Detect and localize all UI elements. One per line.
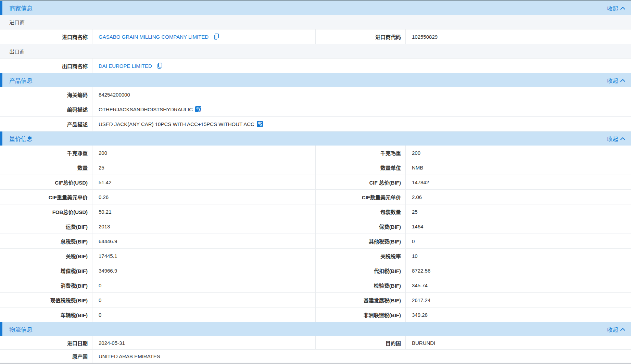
price-row-right-label: 代扣税(BIF) <box>316 263 406 278</box>
table-row: FOB总价(USD)50.21包装数量25 <box>0 204 631 219</box>
price-row-left-label: 运费(BIF) <box>0 219 92 234</box>
subheader-importer-label: 进口商 <box>9 18 25 26</box>
price-row-left-label: 增值税(BIF) <box>0 263 92 278</box>
price-row-right-value: 147842 <box>406 175 631 189</box>
section-title-logistics: 物流信息 <box>9 325 33 334</box>
price-row-right-value: 10 <box>406 249 631 263</box>
price-row-left-label: FOB总价(USD) <box>0 204 92 219</box>
section-header-logistics: 物流信息 收起 <box>0 322 631 336</box>
price-row-right-value: 25 <box>406 204 631 219</box>
collapse-button-price[interactable]: 收起 <box>607 135 626 143</box>
price-row-right-label: 数量单位 <box>316 160 406 175</box>
origin-country-label: 原产国 <box>0 350 92 363</box>
price-rows-container: 千克净重200千克毛重200数量25数量单位NMBCIF总价(USD)51.42… <box>0 146 631 322</box>
importer-code-value: 102550829 <box>406 29 631 44</box>
importer-code-label: 进口商代码 <box>316 29 406 44</box>
price-row-left-value: 0.26 <box>92 190 316 204</box>
table-row: 海关编码 84254200000 <box>0 87 631 102</box>
table-row: 产品描述 USED JACK(ANY CAR) 10PCS WITH ACC+1… <box>0 117 631 131</box>
price-row-right-value: 345.74 <box>406 278 631 292</box>
price-row-right-label: 非洲联盟税(BIF) <box>316 307 406 322</box>
price-row-right-label: 千克毛重 <box>316 146 406 160</box>
table-row: 现值税税费(BIF)0基建发展税(BIF)2617.24 <box>0 293 631 307</box>
product-description-cell: USED JACK(ANY CAR) 10PCS WITH ACC+15PCS … <box>92 117 631 131</box>
price-row-right-value: NMB <box>406 160 631 175</box>
section-title-price: 量价信息 <box>9 134 33 143</box>
import-date-value: 2024-05-31 <box>92 336 316 349</box>
price-row-left-value: 0 <box>92 293 316 307</box>
destination-country-label: 目的国 <box>316 336 406 349</box>
price-row-right-label: CIF数量美元单价 <box>316 190 406 204</box>
collapse-button-merchant[interactable]: 收起 <box>607 4 626 12</box>
table-row: CIF总价(USD)51.42CIF 总价(BIF)147842 <box>0 175 631 190</box>
price-row-right-value: 1464 <box>406 219 631 234</box>
table-row: 编码描述 OTHERJACKSANDHOISTSHYDRAULIC <box>0 102 631 117</box>
price-row-left-value: 0 <box>92 278 316 292</box>
section-header-price: 量价信息 收起 <box>0 131 631 146</box>
price-row-right-label: 包装数量 <box>316 204 406 219</box>
table-row: 进口日期 2024-05-31 目的国 BURUNDI <box>0 336 631 350</box>
price-row-left-value: 51.42 <box>92 175 316 189</box>
price-row-left-label: 现值税税费(BIF) <box>0 293 92 307</box>
price-row-right-label: 其他税费(BIF) <box>316 234 406 248</box>
exporter-name-cell: DAI EUROPE LIMITED <box>92 59 631 73</box>
subheader-exporter-label: 出口商 <box>9 48 25 55</box>
price-row-right-label: 关税税率 <box>316 249 406 263</box>
price-row-left-label: 车辆税(BIF) <box>0 307 92 322</box>
table-row: 千克净重200千克毛重200 <box>0 146 631 160</box>
price-row-left-label: 数量 <box>0 160 92 175</box>
origin-country-value: UNITED ARAB EMIRATES <box>92 350 631 363</box>
section-title-merchant: 商家信息 <box>9 4 33 12</box>
translate-icon[interactable] <box>195 106 201 112</box>
price-row-right-label: 基建发展税(BIF) <box>316 293 406 307</box>
hs-description-label: 编码描述 <box>0 102 92 116</box>
table-row: 消费税(BIF)0检验费(BIF)345.74 <box>0 278 631 293</box>
copy-icon[interactable] <box>213 34 219 40</box>
hs-description-cell: OTHERJACKSANDHOISTSHYDRAULIC <box>92 102 631 116</box>
importer-name-link[interactable]: GASABO GRAIN MILLING COMPANY LIMITED <box>99 34 219 40</box>
price-row-left-value: 200 <box>92 146 316 160</box>
collapse-label: 收起 <box>607 325 618 334</box>
table-row: 增值税(BIF)34966.9代扣税(BIF)8722.56 <box>0 263 631 278</box>
section-header-merchant: 商家信息 收起 <box>0 1 631 15</box>
exporter-name-link[interactable]: DAI EUROPE LIMITED <box>99 63 163 69</box>
copy-icon[interactable] <box>157 63 163 69</box>
price-row-left-value: 0 <box>92 307 316 322</box>
price-row-left-label: CIF重量美元单价 <box>0 190 92 204</box>
collapse-label: 收起 <box>607 76 618 85</box>
subheader-importer: 进口商 <box>0 15 631 29</box>
price-row-right-label: CIF 总价(BIF) <box>316 175 406 189</box>
section-title-product: 产品信息 <box>9 76 33 85</box>
destination-country-value: BURUNDI <box>406 336 631 349</box>
chevron-up-icon <box>620 6 626 10</box>
collapse-button-product[interactable]: 收起 <box>607 76 626 85</box>
price-row-left-value: 17445.1 <box>92 249 316 263</box>
price-row-left-label: 千克净重 <box>0 146 92 160</box>
exporter-name-label: 出口商名称 <box>0 59 92 73</box>
table-row: 总税费(BIF)64446.9其他税费(BIF)0 <box>0 234 631 249</box>
import-date-label: 进口日期 <box>0 336 92 349</box>
translate-icon[interactable] <box>257 121 263 127</box>
price-row-right-value: 8722.56 <box>406 263 631 278</box>
price-row-left-label: CIF总价(USD) <box>0 175 92 189</box>
price-row-right-value: 200 <box>406 146 631 160</box>
table-row: CIF重量美元单价0.26CIF数量美元单价2.06 <box>0 190 631 204</box>
table-row: 数量25数量单位NMB <box>0 160 631 175</box>
price-row-left-label: 总税费(BIF) <box>0 234 92 248</box>
trade-detail-page: 商家信息 收起 进口商 进口商名称 GASABO GRAIN MILLING C… <box>0 1 631 364</box>
price-row-right-label: 保费(BIF) <box>316 219 406 234</box>
price-row-left-label: 消费税(BIF) <box>0 278 92 292</box>
importer-name-label: 进口商名称 <box>0 29 92 44</box>
price-row-left-value: 25 <box>92 160 316 175</box>
price-row-left-value: 34966.9 <box>92 263 316 278</box>
table-row: 运费(BIF)2013保费(BIF)1464 <box>0 219 631 234</box>
table-row: 车辆税(BIF)0非洲联盟税(BIF)349.28 <box>0 307 631 322</box>
price-row-right-value: 2.06 <box>406 190 631 204</box>
importer-name-cell: GASABO GRAIN MILLING COMPANY LIMITED <box>92 29 316 44</box>
subheader-exporter: 出口商 <box>0 44 631 59</box>
chevron-up-icon <box>620 137 626 141</box>
section-header-product: 产品信息 收起 <box>0 73 631 87</box>
table-row: 进口商名称 GASABO GRAIN MILLING COMPANY LIMIT… <box>0 29 631 44</box>
table-row: 关税(BIF)17445.1关税税率10 <box>0 249 631 263</box>
collapse-button-logistics[interactable]: 收起 <box>607 325 626 334</box>
